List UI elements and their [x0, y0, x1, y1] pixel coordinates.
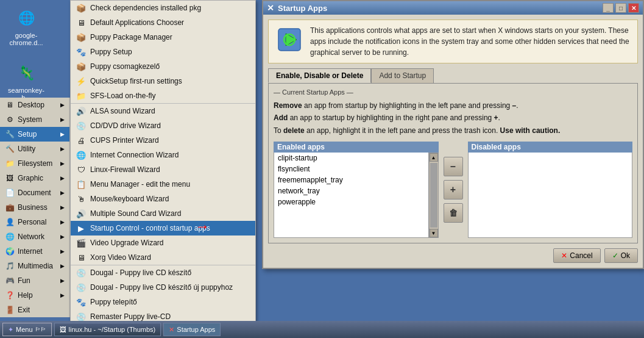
menu-item-cups[interactable]: 🖨 CUPS Printer Wizard — [71, 133, 255, 148]
enabled-app-3[interactable]: network_tray — [274, 185, 428, 196]
disabled-apps-list[interactable] — [468, 153, 633, 238]
cancel-button[interactable]: ✕ Cancel — [553, 248, 600, 263]
desktop-icon-seamonkey[interactable]: 🦎 seamonkey-b... — [5, 61, 48, 101]
menu-item-check-deps[interactable]: 📦 Check dependencies installed pkg — [71, 1, 255, 15]
add-button[interactable]: + — [444, 180, 463, 200]
fun-icon: 🎮 — [5, 276, 15, 286]
enabled-apps-list[interactable]: clipit-startup flsynclient freememapplet… — [274, 153, 429, 238]
menu-item-xorg-video[interactable]: 🖥 Xorg Video Wizard — [71, 250, 255, 265]
sidebar-item-personal[interactable]: 👤 Personal ▶ — [0, 215, 69, 229]
sidebar-item-graphic[interactable]: 🖼 Graphic ▶ — [0, 171, 69, 185]
startup-x-icon: ✕ — [169, 326, 174, 334]
trash-button[interactable]: 🗑 — [444, 203, 463, 223]
menu-mgr-icon: 📋 — [76, 179, 87, 190]
sidebar-item-setup[interactable]: 🔧 Setup ▶ — [0, 127, 69, 142]
sidebar-label-fun: Fun — [18, 276, 30, 285]
disabled-apps-label: Disabled apps — [468, 142, 633, 153]
sidebar-item-business[interactable]: 💼 Business ▶ — [0, 200, 69, 215]
taskbar-item-linux[interactable]: 🖼 linux.hu - ~/Startup (Thumbs) — [54, 323, 161, 336]
enabled-app-2[interactable]: freememapplet_tray — [274, 174, 428, 185]
menu-item-firewall[interactable]: 🛡 Linux-Firewall Wizard — [71, 162, 255, 177]
menu-item-cddvd[interactable]: 💿 CD/DVD drive Wizard — [71, 118, 255, 133]
action-buttons: – + 🗑 — [441, 142, 465, 238]
chrome-icon: 🌐 — [14, 6, 38, 31]
sidebar-item-utility[interactable]: 🔨 Utility ▶ — [0, 142, 69, 156]
linux-icon: 🖼 — [60, 326, 66, 333]
xorg-icon: 🖥 — [76, 252, 87, 263]
menu-icon-asterisk: ✦ — [8, 326, 13, 334]
ok-button[interactable]: ✓ Ok — [604, 248, 638, 263]
menu-item-alsa[interactable]: 🔊 ALSA sound Wizard — [71, 104, 255, 118]
menu-item-puppy-csom[interactable]: 📦 Puppy csomagkezelő — [71, 59, 255, 74]
menu-item-default-apps[interactable]: 🖥 Default Applications Chooser — [71, 15, 255, 30]
menu-item-startup-ctrl[interactable]: ▶ Startup Control - control startup apps — [71, 221, 255, 236]
enabled-app-1[interactable]: flsynclient — [274, 164, 428, 174]
sidebar-label-business: Business — [18, 203, 48, 212]
taskbar-item-startup[interactable]: ✕ Startup Apps — [163, 323, 221, 336]
sidebar-label-exit: Exit — [18, 306, 30, 314]
startup-ctrl-icon: ▶ — [76, 223, 87, 234]
sidebar-item-network[interactable]: 🌐 Network ▶ — [0, 229, 69, 244]
sidebar-item-filesystem[interactable]: 📁 Filesystem ▶ — [0, 156, 69, 171]
enabled-app-0[interactable]: clipit-startup — [274, 153, 428, 164]
window-body: This applications controls what apps are… — [263, 15, 643, 268]
startup-apps-window: ✕ Startup Apps _ □ ✕ This applications c… — [262, 0, 644, 269]
menu-button[interactable]: ✦ Menu 🏳🏳 — [2, 323, 52, 336]
cups-icon: 🖨 — [76, 135, 87, 146]
sidebar-label-graphic: Graphic — [18, 174, 43, 182]
menu-item-video-upgrade[interactable]: 🎬 Video Upgrade Wizard — [71, 236, 255, 250]
minimize-button[interactable]: _ — [603, 3, 614, 13]
sidebar-item-multimedia[interactable]: 🎵 Multimedia ▶ — [0, 259, 69, 273]
sidebar-item-document[interactable]: 📄 Document ▶ — [0, 185, 69, 200]
menu-item-menu-manager[interactable]: 📋 Menu Manager - edit the menu — [71, 177, 255, 192]
taskbar-linux-label: linux.hu - ~/Startup (Thumbs) — [69, 326, 156, 333]
menu-item-puppy-telepito[interactable]: 🐾 Puppy telepítő — [71, 295, 255, 309]
startup-content: — Current Startup Apps — Remove an app f… — [268, 83, 638, 243]
menu-item-multi-sound[interactable]: 🔊 Multiple Sound Card Wizard — [71, 206, 255, 221]
video-icon: 🎬 — [76, 237, 87, 248]
sidebar-item-exit[interactable]: 🚪 Exit — [0, 303, 69, 317]
menu-item-sfs-load[interactable]: 📁 SFS-Load on-the-fly — [71, 88, 255, 103]
sidebar-item-internet[interactable]: 🌍 Internet ▶ — [0, 244, 69, 259]
menu-item-quicksetup[interactable]: ⚡ QuickSetup first-run settings — [71, 74, 255, 88]
sidebar-item-system[interactable]: ⚙ System ▶ — [0, 112, 69, 127]
menu-item-puppy-pkg[interactable]: 📦 Puppy Package Manager — [71, 30, 255, 45]
sidebar-item-help[interactable]: ❓ Help ▶ — [0, 288, 69, 303]
maximize-button[interactable]: □ — [615, 3, 626, 13]
cddvd-icon: 💿 — [76, 120, 87, 131]
menu-item-mouse-kbd[interactable]: 🖱 Mouse/keyboard Wizard — [71, 192, 255, 206]
plus-symbol: + — [494, 113, 498, 122]
menu-item-internet-wizard[interactable]: 🌐 Internet Connection Wizard — [71, 148, 255, 162]
enabled-app-4[interactable]: powerapple — [274, 196, 428, 207]
sidebar-label-utility: Utility — [18, 145, 35, 153]
menu-item-dougal1[interactable]: 💿 Dougal - Puppy live CD készítő — [71, 265, 255, 280]
info-box: This applications controls what apps are… — [268, 20, 638, 63]
scroll-up-btn[interactable]: ▲ — [430, 153, 438, 162]
taskbar: ✦ Menu 🏳🏳 🖼 linux.hu - ~/Startup (Thumbs… — [0, 321, 644, 338]
setup-icon: 🔧 — [5, 129, 15, 139]
menu-item-puppy-setup[interactable]: 🐾 Puppy Setup — [71, 45, 255, 59]
sidebar-label-multimedia: Multimedia — [18, 262, 53, 270]
tab-add-startup[interactable]: Add to Startup — [371, 68, 434, 83]
pkg-icon: 📦 — [76, 2, 87, 13]
remove-button[interactable]: – — [444, 157, 463, 176]
sidebar-label-personal: Personal — [18, 218, 46, 226]
sidebar-label-network: Network — [18, 232, 44, 241]
sidebar-item-desktop[interactable]: 🖥 Desktop ▶ — [0, 98, 69, 112]
scroll-down-btn[interactable]: ▼ — [430, 229, 438, 237]
app-lists-container: Enabled apps clipit-startup flsynclient … — [274, 142, 632, 238]
tab-enable-disable[interactable]: Enable, Disable or Delete — [268, 68, 371, 83]
chrome-label: google-chrome.d... — [5, 32, 48, 46]
close-button[interactable]: ✕ — [628, 3, 639, 13]
network-icon: 🌐 — [5, 232, 15, 242]
disabled-apps-container: Disabled apps — [468, 142, 633, 238]
desktop-icon-chrome[interactable]: 🌐 google-chrome.d... — [5, 6, 48, 46]
info-text: This applications controls what apps are… — [310, 25, 631, 58]
window-titlebar: ✕ Startup Apps _ □ ✕ — [263, 1, 643, 15]
enabled-list-scrollbar[interactable]: ▲ ▼ — [429, 153, 439, 238]
sidebar-item-fun[interactable]: 🎮 Fun ▶ — [0, 273, 69, 288]
instr-delete-bold: delete — [283, 126, 305, 135]
help-icon: ❓ — [5, 290, 15, 300]
menu-item-dougal2[interactable]: 💿 Dougal - Puppy live CD készítő új pupp… — [71, 280, 255, 295]
business-icon: 💼 — [5, 203, 15, 212]
